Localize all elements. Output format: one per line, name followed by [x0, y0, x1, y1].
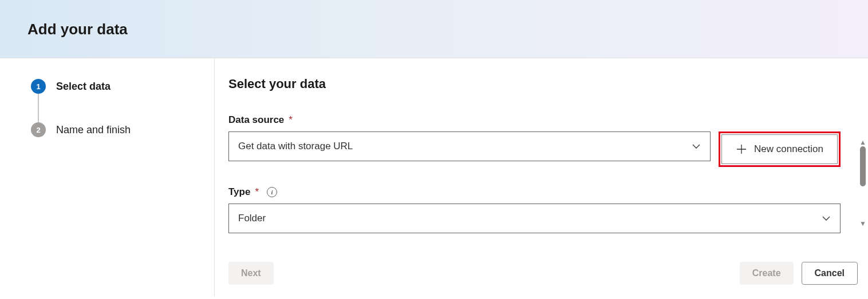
highlight-annotation: New connection — [719, 131, 841, 167]
scroll-up-icon[interactable]: ▲ — [859, 138, 866, 146]
dropdown-value: Get data with storage URL — [238, 141, 353, 152]
steps-sidebar: 1 Select data 2 Name and finish — [0, 58, 215, 296]
data-source-label: Data source * — [228, 114, 841, 126]
dialog-body: 1 Select data 2 Name and finish Select y… — [0, 58, 868, 296]
chevron-down-icon — [692, 142, 701, 151]
step-label: Name and finish — [56, 124, 131, 136]
new-connection-label: New connection — [754, 143, 823, 155]
required-asterisk: * — [289, 114, 293, 126]
plus-icon — [736, 143, 747, 155]
chevron-down-icon — [822, 214, 831, 223]
scrollbar[interactable]: ▲ ▼ — [859, 138, 867, 228]
step-select-data[interactable]: 1 Select data — [31, 79, 200, 94]
main-heading: Select your data — [228, 77, 841, 91]
cancel-button[interactable]: Cancel — [802, 262, 858, 285]
step-connector — [38, 94, 39, 122]
type-label: Type * i — [228, 186, 841, 198]
dialog-title: Add your data — [27, 21, 841, 38]
step-label: Select data — [56, 81, 111, 93]
step-name-and-finish[interactable]: 2 Name and finish — [31, 122, 200, 137]
dropdown-value: Folder — [238, 213, 266, 224]
scroll-thumb[interactable] — [860, 146, 866, 186]
next-button[interactable]: Next — [228, 262, 274, 285]
info-icon[interactable]: i — [267, 187, 277, 197]
dialog-header: Add your data — [0, 0, 868, 58]
create-button[interactable]: Create — [740, 262, 794, 285]
main-panel: Select your data Data source * Get data … — [215, 58, 868, 296]
dialog-footer: Next Create Cancel — [228, 252, 858, 296]
step-number-badge: 1 — [31, 79, 46, 94]
step-number-badge: 2 — [31, 122, 46, 137]
required-asterisk: * — [255, 186, 259, 198]
data-source-dropdown[interactable]: Get data with storage URL — [228, 131, 711, 161]
type-dropdown[interactable]: Folder — [228, 204, 841, 233]
new-connection-button[interactable]: New connection — [721, 134, 838, 164]
scroll-down-icon[interactable]: ▼ — [859, 220, 866, 228]
